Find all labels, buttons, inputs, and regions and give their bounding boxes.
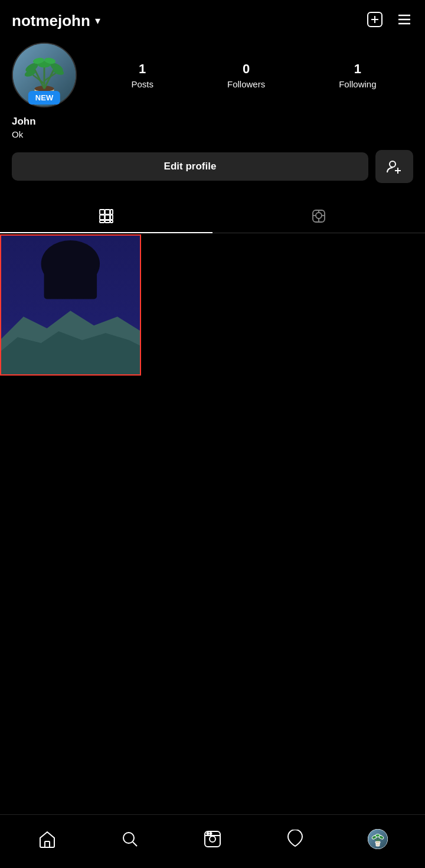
edit-profile-button[interactable]: Edit profile: [12, 152, 368, 181]
posts-label: Posts: [131, 79, 153, 89]
svg-point-53: [210, 833, 212, 834]
header-left: notmejohn ▾: [12, 12, 100, 30]
following-count: 1: [354, 61, 361, 77]
grid-tab[interactable]: [0, 200, 212, 233]
nav-home[interactable]: [30, 824, 65, 854]
nav-profile[interactable]: [360, 824, 395, 854]
posts-count: 1: [139, 61, 146, 77]
followers-label: Followers: [227, 79, 265, 89]
stat-following[interactable]: 1 Following: [339, 61, 376, 89]
nav-activity[interactable]: [277, 824, 313, 854]
svg-rect-29: [100, 215, 104, 220]
svg-rect-26: [100, 210, 104, 214]
avatar-container[interactable]: NEW: [12, 43, 77, 107]
header: notmejohn ▾: [0, 0, 425, 37]
username[interactable]: notmejohn: [12, 12, 90, 30]
svg-rect-63: [375, 841, 380, 843]
svg-point-23: [390, 161, 395, 167]
bottom-nav: [0, 814, 425, 868]
profile-display-name: John: [12, 116, 413, 128]
svg-rect-30: [105, 215, 110, 220]
stat-followers[interactable]: 0 Followers: [227, 61, 265, 89]
svg-rect-33: [105, 220, 110, 223]
svg-point-50: [210, 836, 215, 842]
new-badge: NEW: [28, 91, 60, 105]
profile-top: NEW 1 Posts 0 Followers 1 Following: [12, 43, 413, 107]
svg-rect-34: [110, 220, 113, 223]
profile-section: NEW 1 Posts 0 Followers 1 Following John…: [0, 37, 425, 183]
nav-reels[interactable]: [195, 824, 230, 854]
add-post-icon[interactable]: [366, 11, 384, 31]
stats-container: 1 Posts 0 Followers 1 Following: [94, 61, 413, 89]
tabs-container: [0, 200, 425, 233]
add-friend-button[interactable]: [375, 150, 413, 183]
header-right: [366, 11, 413, 31]
svg-rect-31: [110, 215, 113, 220]
svg-point-36: [316, 213, 322, 218]
svg-point-47: [123, 833, 134, 843]
svg-point-52: [207, 833, 209, 834]
followers-count: 0: [243, 61, 250, 77]
nav-profile-avatar: [368, 829, 388, 849]
svg-rect-32: [100, 220, 104, 223]
following-label: Following: [339, 79, 376, 89]
profile-bio: Ok: [12, 129, 413, 139]
svg-rect-45: [44, 270, 97, 299]
nav-search[interactable]: [112, 824, 148, 854]
svg-rect-28: [110, 210, 113, 214]
svg-rect-46: [45, 841, 50, 847]
tagged-tab[interactable]: [212, 200, 425, 233]
svg-line-48: [133, 842, 137, 846]
post-item[interactable]: [0, 234, 141, 376]
menu-icon[interactable]: [395, 11, 413, 31]
action-row: Edit profile: [12, 150, 413, 183]
posts-grid: [0, 234, 425, 376]
chevron-down-icon[interactable]: ▾: [95, 14, 100, 27]
stat-posts[interactable]: 1 Posts: [131, 61, 153, 89]
svg-rect-27: [105, 210, 110, 214]
